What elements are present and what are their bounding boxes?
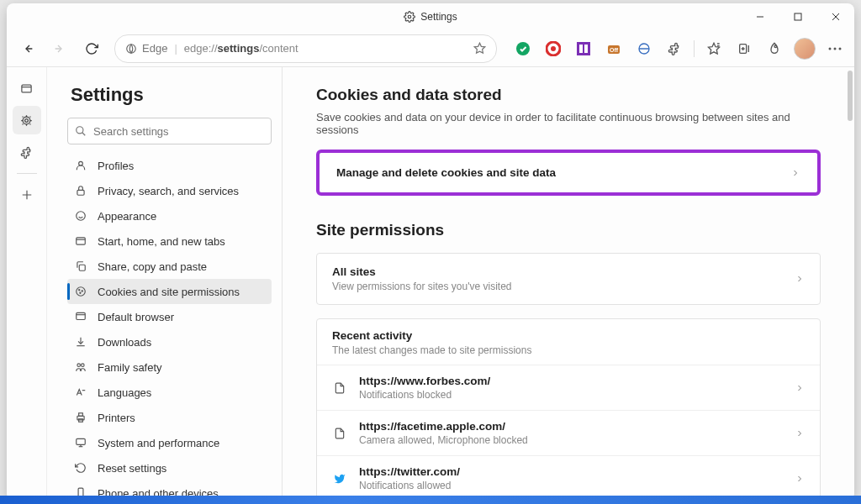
- svg-point-25: [774, 45, 777, 48]
- profile-button[interactable]: [792, 36, 817, 61]
- recent-item[interactable]: https://twitter.com/Notifications allowe…: [317, 455, 820, 501]
- svg-rect-55: [77, 438, 86, 444]
- svg-point-11: [551, 46, 556, 51]
- ext-icon-1[interactable]: [510, 36, 536, 61]
- recent-item[interactable]: https://www.forbes.com/Notifications blo…: [317, 365, 820, 410]
- document-icon: [332, 428, 347, 439]
- cookies-title: Cookies and data stored: [316, 86, 821, 104]
- recent-activity-title: Recent activity: [332, 329, 805, 342]
- titlebar: Settings: [7, 3, 854, 30]
- new-tab-button[interactable]: [13, 181, 41, 209]
- nav-cookies[interactable]: Cookies and site permissions: [67, 279, 272, 304]
- close-button[interactable]: [816, 3, 854, 30]
- nav-start[interactable]: Start, home, and new tabs: [67, 228, 272, 254]
- search-icon: [75, 125, 87, 137]
- recent-activity-header: Recent activity The latest changes made …: [317, 319, 820, 365]
- svg-point-44: [82, 291, 82, 291]
- document-icon: [332, 382, 347, 394]
- performance-button[interactable]: [762, 36, 787, 61]
- svg-point-27: [834, 47, 837, 50]
- window-controls: [741, 3, 854, 30]
- nav-appearance[interactable]: Appearance: [67, 203, 272, 228]
- svg-rect-12: [577, 42, 590, 55]
- svg-point-38: [77, 212, 86, 221]
- recent-item[interactable]: https://facetime.apple.com/Camera allowe…: [317, 410, 820, 455]
- reset-icon: [74, 462, 87, 474]
- nav-system[interactable]: System and performance: [67, 430, 272, 455]
- ext-icon-3[interactable]: [571, 36, 596, 61]
- tab-icon: [74, 235, 87, 247]
- lock-icon: [74, 185, 87, 197]
- ext-icon-5[interactable]: [631, 36, 657, 61]
- svg-rect-13: [579, 45, 583, 53]
- sidebar-heading: Settings: [71, 84, 272, 106]
- svg-marker-8: [474, 43, 485, 53]
- all-sites-card[interactable]: All sites View permissions for sites you…: [316, 253, 821, 305]
- collections-button[interactable]: [732, 36, 757, 61]
- nav-reset[interactable]: Reset settings: [67, 455, 272, 480]
- extensions-button[interactable]: [662, 36, 687, 61]
- all-sites-title: All sites: [332, 265, 795, 278]
- gear-icon: [404, 11, 415, 23]
- appearance-icon: [74, 210, 87, 222]
- taskbar[interactable]: [0, 496, 861, 504]
- system-icon: [74, 437, 87, 449]
- svg-rect-46: [77, 312, 86, 319]
- svg-rect-41: [79, 265, 85, 270]
- svg-point-9: [516, 42, 530, 55]
- manage-cookies-card[interactable]: Manage and delete cookies and site data: [321, 155, 816, 191]
- all-sites-sub: View permissions for sites you've visite…: [332, 281, 795, 292]
- search-input[interactable]: [93, 125, 264, 138]
- nav-downloads[interactable]: Downloads: [67, 329, 272, 354]
- nav-default-browser[interactable]: Default browser: [67, 304, 272, 329]
- twitter-icon: [332, 473, 347, 485]
- tab-button[interactable]: [13, 74, 41, 102]
- favorite-icon[interactable]: [473, 42, 486, 55]
- address-bar[interactable]: Edge | edge://settings/content: [114, 34, 497, 63]
- favoriteslist-button[interactable]: [701, 36, 726, 61]
- svg-line-35: [82, 133, 86, 136]
- svg-point-26: [829, 47, 832, 50]
- nav-printers[interactable]: Printers: [67, 405, 272, 430]
- nav-languages[interactable]: Languages: [67, 380, 272, 405]
- forward-button[interactable]: [45, 34, 74, 63]
- svg-rect-37: [77, 190, 84, 195]
- svg-point-43: [79, 290, 80, 291]
- svg-point-50: [82, 364, 85, 367]
- settings-tab-button[interactable]: [13, 106, 41, 134]
- minimize-button[interactable]: [741, 3, 779, 30]
- window-title: Settings: [420, 11, 457, 23]
- nav-family[interactable]: Family safety: [67, 354, 272, 380]
- settings-content: Cookies and data stored Save cookies and…: [283, 67, 854, 501]
- svg-text:Off: Off: [610, 47, 619, 53]
- svg-point-49: [77, 364, 81, 367]
- ext-icon-4[interactable]: Off: [601, 36, 626, 61]
- settings-search[interactable]: [67, 118, 272, 144]
- svg-rect-2: [795, 13, 801, 20]
- highlight-annotation: Manage and delete cookies and site data: [316, 150, 821, 196]
- chevron-right-icon: [795, 383, 805, 393]
- nav-privacy[interactable]: Privacy, search, and services: [67, 178, 272, 203]
- more-button[interactable]: [822, 36, 848, 61]
- scrollbar[interactable]: [848, 71, 853, 121]
- svg-point-7: [127, 44, 136, 53]
- chevron-right-icon: [795, 474, 805, 484]
- svg-rect-39: [77, 238, 86, 244]
- site-identity-icon: [125, 43, 137, 55]
- refresh-button[interactable]: [77, 34, 106, 63]
- ext-icon-2[interactable]: [541, 36, 566, 61]
- nav-profiles[interactable]: Profiles: [67, 153, 272, 178]
- share-icon: [74, 260, 87, 272]
- printer-icon: [74, 412, 87, 423]
- language-icon: [74, 386, 87, 398]
- svg-point-28: [839, 47, 842, 50]
- recent-activity-sub: The latest changes made to site permissi…: [332, 344, 805, 356]
- nav-share[interactable]: Share, copy and paste: [67, 254, 272, 279]
- site-permissions-title: Site permissions: [316, 221, 821, 239]
- svg-rect-53: [79, 413, 83, 417]
- maximize-button[interactable]: [779, 3, 816, 30]
- profile-icon: [74, 160, 87, 171]
- cookies-desc: Save cookies and data on your device in …: [316, 111, 821, 136]
- back-button[interactable]: [13, 34, 42, 63]
- ext-tab-button[interactable]: [13, 138, 41, 166]
